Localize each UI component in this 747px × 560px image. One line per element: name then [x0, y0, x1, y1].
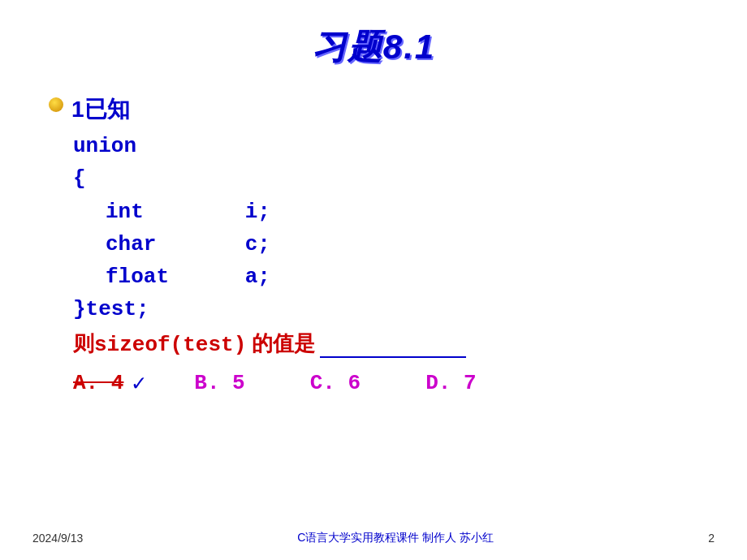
choice-a: A. 4: [73, 371, 123, 395]
choices-row: A. 4 ✓ B. 5 C. 6 D. 7: [73, 369, 698, 397]
checkmark-icon: ✓: [132, 369, 145, 397]
code-line-float: float a;: [106, 261, 698, 293]
choice-b: B. 5: [194, 371, 244, 395]
sizeof-line: 则sizeof(test) 的值是: [73, 330, 698, 358]
choice-c: C. 6: [310, 371, 361, 395]
footer: 2024/9/13 C语言大学实用教程课件 制作人 苏小红 2: [0, 531, 747, 545]
sizeof-code: 则sizeof(test): [73, 333, 246, 357]
choice-d: D. 7: [425, 371, 476, 395]
bullet-icon: [49, 97, 63, 112]
slide-title: 习题8.1: [0, 0, 747, 70]
code-line-int: int i;: [106, 196, 698, 228]
sizeof-underline: [320, 356, 466, 358]
sizeof-cn: 的值是: [246, 331, 315, 355]
code-line-close: }test;: [73, 293, 698, 325]
slide: 习题8.1 1已知 union { int i; char c; float a…: [0, 0, 747, 560]
content-area: 1已知 union { int i; char c; float a; }tes…: [0, 70, 747, 413]
footer-date: 2024/9/13: [32, 532, 83, 545]
code-line-union: union: [73, 130, 698, 162]
code-line-brace-open: {: [73, 162, 698, 195]
code-line-char: char c;: [106, 228, 698, 261]
code-block: union { int i; char c; float a; }test;: [73, 130, 698, 326]
footer-center: C语言大学实用教程课件 制作人 苏小红: [297, 531, 494, 545]
bullet-row: 1已知: [49, 94, 698, 125]
footer-page: 2: [708, 532, 715, 545]
bullet-label: 1已知: [71, 94, 130, 125]
